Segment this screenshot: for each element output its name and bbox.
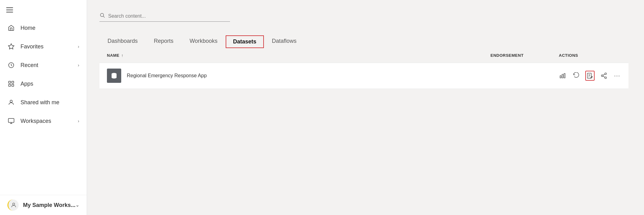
svg-point-17 xyxy=(601,75,603,77)
sidebar-item-workspaces-label: Workspaces xyxy=(21,118,78,124)
svg-rect-4 xyxy=(9,84,11,86)
workspaces-icon xyxy=(7,117,15,125)
table-header: NAME ↑ ENDORSEMENT ACTIONS xyxy=(99,48,628,63)
hamburger-button[interactable] xyxy=(0,2,87,19)
grid-icon xyxy=(7,80,15,87)
search-input[interactable] xyxy=(108,13,230,19)
star-icon xyxy=(7,43,15,50)
recent-arrow-icon: › xyxy=(78,63,79,68)
tab-datasets[interactable]: Datasets xyxy=(226,35,264,48)
svg-point-6 xyxy=(10,100,12,102)
sidebar-item-shared-label: Shared with me xyxy=(21,99,79,106)
favorites-arrow-icon: › xyxy=(78,44,79,49)
sidebar-item-favorites-label: Favorites xyxy=(21,43,78,50)
sidebar-item-favorites[interactable]: Favorites › xyxy=(0,37,87,56)
svg-rect-2 xyxy=(9,81,11,83)
sidebar-item-shared[interactable]: Shared with me xyxy=(0,93,87,112)
search-bar xyxy=(99,12,230,22)
sidebar-item-workspaces[interactable]: Workspaces › xyxy=(0,112,87,130)
svg-rect-7 xyxy=(8,119,14,123)
col-header-endorsement: ENDORSEMENT xyxy=(490,53,559,58)
datasets-table: NAME ↑ ENDORSEMENT ACTIONS xyxy=(99,48,628,89)
svg-line-20 xyxy=(603,74,605,75)
svg-point-8 xyxy=(12,203,15,205)
workspace-avatar-icon xyxy=(7,199,19,211)
svg-marker-0 xyxy=(8,44,14,49)
sidebar-item-recent[interactable]: Recent › xyxy=(0,56,87,74)
svg-point-9 xyxy=(100,13,104,17)
row-actions: ⋯ xyxy=(559,71,621,81)
sidebar-item-apps[interactable]: Apps xyxy=(0,74,87,93)
svg-point-16 xyxy=(605,73,607,75)
hamburger-icon xyxy=(6,7,13,12)
clock-icon xyxy=(7,61,15,69)
svg-point-18 xyxy=(605,77,607,79)
more-options-button[interactable]: ⋯ xyxy=(614,71,621,81)
sidebar-item-home-label: Home xyxy=(21,25,79,31)
analyze-button[interactable] xyxy=(559,71,567,81)
workspaces-arrow-icon: › xyxy=(78,119,79,123)
refresh-button[interactable] xyxy=(572,71,580,81)
table-row: Regional Emergency Response App xyxy=(99,63,628,89)
svg-rect-13 xyxy=(562,74,563,78)
sidebar-item-recent-label: Recent xyxy=(21,62,78,69)
tab-reports[interactable]: Reports xyxy=(146,34,182,48)
col-header-name: NAME ↑ xyxy=(107,53,490,58)
sidebar-item-my-workspace[interactable]: My Sample Works... ⌄ xyxy=(0,195,87,215)
tab-dashboards[interactable]: Dashboards xyxy=(99,34,146,48)
sidebar-item-home[interactable]: Home xyxy=(0,19,87,37)
svg-rect-12 xyxy=(560,76,561,78)
tab-dataflows[interactable]: Dataflows xyxy=(264,34,305,48)
content-tabs: Dashboards Reports Workbooks Datasets Da… xyxy=(99,34,628,48)
ellipsis-icon: ⋯ xyxy=(614,72,621,79)
col-header-actions: ACTIONS xyxy=(559,53,621,58)
sort-icon[interactable]: ↑ xyxy=(121,53,123,58)
sidebar-nav: Home Favorites › Recent › xyxy=(0,19,87,130)
workspace-label: My Sample Works... xyxy=(23,202,76,208)
sidebar-item-apps-label: Apps xyxy=(21,81,79,87)
chevron-down-icon: ⌄ xyxy=(76,203,79,208)
svg-rect-5 xyxy=(12,84,14,86)
svg-rect-3 xyxy=(12,81,14,83)
dataset-icon xyxy=(107,69,121,83)
svg-line-10 xyxy=(103,16,104,17)
person-icon xyxy=(7,99,15,106)
svg-line-19 xyxy=(603,76,605,77)
tab-workbooks[interactable]: Workbooks xyxy=(182,34,226,48)
home-icon xyxy=(7,24,15,32)
svg-rect-14 xyxy=(564,74,565,78)
search-icon xyxy=(99,12,105,20)
row-dataset-name: Regional Emergency Response App xyxy=(127,73,490,78)
share-button[interactable] xyxy=(600,71,608,81)
create-report-button[interactable] xyxy=(585,71,595,81)
main-content: Dashboards Reports Workbooks Datasets Da… xyxy=(87,0,644,215)
sidebar: Home Favorites › Recent › xyxy=(0,0,87,215)
